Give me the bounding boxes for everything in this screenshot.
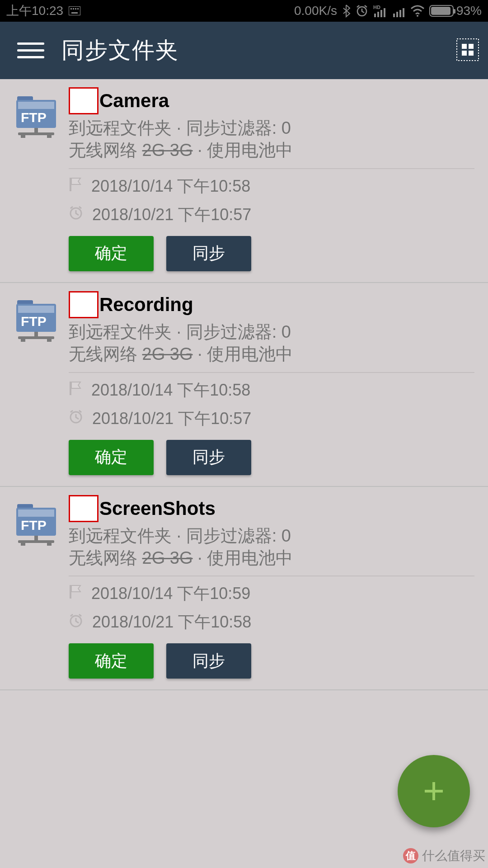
last-run-row: 2018/10/14 下午10:58 <box>69 175 480 198</box>
svg-rect-19 <box>469 44 474 49</box>
last-run-time: 2018/10/14 下午10:58 <box>91 175 250 198</box>
next-run-row: 2018/10/21 下午10:57 <box>69 408 480 430</box>
svg-rect-39 <box>21 339 25 342</box>
signal-hd-icon: HD <box>373 5 389 17</box>
sync-folder-item[interactable]: FTP Recording 到远程文件夹 · 同步过滤器: 0 无线网络 2G … <box>0 283 488 487</box>
divider <box>69 168 474 169</box>
svg-rect-14 <box>399 10 401 17</box>
svg-rect-50 <box>47 543 52 546</box>
sync-button[interactable]: 同步 <box>166 440 251 475</box>
folder-description: 到远程文件夹 · 同步过滤器: 0 无线网络 2G 3G · 使用电池中 <box>69 321 480 366</box>
menu-button[interactable] <box>17 37 44 64</box>
battery-percent: 93% <box>456 4 482 18</box>
next-run-time: 2018/10/21 下午10:57 <box>92 408 251 430</box>
signal-icon <box>393 5 406 17</box>
plus-icon <box>420 778 447 805</box>
redacted-box <box>69 291 99 318</box>
svg-rect-13 <box>396 12 398 17</box>
watermark: 值 什么值得买 <box>403 847 485 864</box>
ftp-folder-icon: FTP <box>14 296 63 486</box>
svg-rect-40 <box>47 339 52 342</box>
svg-rect-12 <box>393 14 395 17</box>
svg-rect-29 <box>21 135 25 138</box>
flag-icon <box>69 584 82 604</box>
folder-description: 到远程文件夹 · 同步过滤器: 0 无线网络 2G 3G · 使用电池中 <box>69 117 480 162</box>
status-bar: 上午10:23 0.00K/s HD 93% <box>0 0 488 22</box>
svg-rect-5 <box>71 12 78 14</box>
hamburger-icon <box>17 42 44 45</box>
svg-rect-1 <box>70 8 72 9</box>
app-bar: 同步文件夹 <box>0 22 488 79</box>
alarm-icon <box>69 409 83 428</box>
svg-rect-28 <box>18 132 54 135</box>
ftp-folder-icon: FTP <box>14 92 63 282</box>
last-run-time: 2018/10/14 下午10:58 <box>91 379 250 401</box>
svg-rect-27 <box>34 128 38 132</box>
sync-button[interactable]: 同步 <box>166 643 251 679</box>
network-speed: 0.00K/s <box>294 4 337 18</box>
watermark-text: 什么值得买 <box>422 847 485 864</box>
grid-icon <box>456 38 479 61</box>
svg-point-16 <box>417 15 418 17</box>
svg-text:FTP: FTP <box>21 314 47 329</box>
next-run-time: 2018/10/21 下午10:57 <box>92 204 251 226</box>
add-fab-button[interactable] <box>398 755 470 827</box>
folder-description: 到远程文件夹 · 同步过滤器: 0 无线网络 2G 3G · 使用电池中 <box>69 525 480 570</box>
svg-rect-25 <box>18 102 54 109</box>
battery-fill <box>431 7 450 15</box>
svg-rect-2 <box>73 8 74 9</box>
svg-rect-11 <box>384 8 385 17</box>
bluetooth-icon <box>342 4 351 18</box>
alarm-icon <box>355 4 369 18</box>
svg-rect-9 <box>377 12 379 17</box>
svg-rect-35 <box>18 306 54 313</box>
svg-rect-4 <box>77 8 79 9</box>
divider <box>69 576 474 576</box>
confirm-button[interactable]: 确定 <box>69 440 154 475</box>
svg-rect-30 <box>47 135 52 138</box>
last-run-row: 2018/10/14 下午10:59 <box>69 583 480 605</box>
svg-text:HD: HD <box>373 5 380 10</box>
grid-view-button[interactable] <box>456 38 479 63</box>
folder-title: Camera <box>99 90 169 112</box>
next-run-time: 2018/10/21 下午10:58 <box>92 611 251 633</box>
flag-icon <box>69 177 82 196</box>
svg-text:FTP: FTP <box>21 518 47 533</box>
last-run-row: 2018/10/14 下午10:58 <box>69 379 480 401</box>
svg-rect-48 <box>18 540 54 543</box>
svg-rect-17 <box>457 39 479 61</box>
sync-folder-list: FTP Camera 到远程文件夹 · 同步过滤器: 0 无线网络 2G 3G … <box>0 79 488 690</box>
svg-rect-3 <box>75 8 76 9</box>
divider <box>69 372 474 373</box>
alarm-icon <box>69 613 83 632</box>
svg-text:FTP: FTP <box>21 110 47 125</box>
svg-rect-15 <box>403 8 404 17</box>
next-run-row: 2018/10/21 下午10:58 <box>69 611 480 633</box>
svg-rect-20 <box>462 51 467 56</box>
flag-icon <box>69 381 82 400</box>
folder-title: Recording <box>99 294 193 316</box>
svg-rect-21 <box>469 51 474 56</box>
svg-rect-45 <box>18 509 54 517</box>
last-run-time: 2018/10/14 下午10:59 <box>91 583 250 605</box>
confirm-button[interactable]: 确定 <box>69 236 154 271</box>
next-run-row: 2018/10/21 下午10:57 <box>69 204 480 226</box>
confirm-button[interactable]: 确定 <box>69 643 154 679</box>
svg-rect-8 <box>374 14 376 17</box>
alarm-icon <box>69 205 83 224</box>
sync-button[interactable]: 同步 <box>166 236 251 271</box>
svg-rect-0 <box>69 6 80 15</box>
wifi-icon <box>410 5 425 17</box>
sync-folder-item[interactable]: FTP Camera 到远程文件夹 · 同步过滤器: 0 无线网络 2G 3G … <box>0 79 488 283</box>
svg-rect-53 <box>425 790 443 793</box>
watermark-badge: 值 <box>403 848 418 863</box>
svg-rect-47 <box>34 536 38 540</box>
sync-folder-item[interactable]: FTP ScreenShots 到远程文件夹 · 同步过滤器: 0 无线网络 2… <box>0 487 488 691</box>
status-time: 上午10:23 <box>6 2 63 19</box>
redacted-box <box>69 87 99 114</box>
svg-rect-49 <box>21 543 25 546</box>
keyboard-icon <box>69 6 80 15</box>
svg-rect-18 <box>462 44 467 49</box>
svg-rect-10 <box>380 10 382 17</box>
folder-title: ScreenShots <box>99 498 216 519</box>
